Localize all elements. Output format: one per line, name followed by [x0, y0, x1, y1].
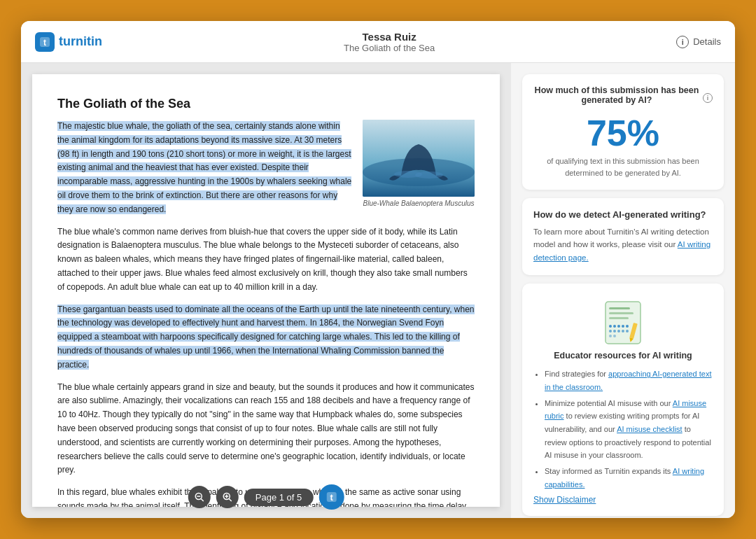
turnitin-home-button[interactable]: t: [318, 484, 344, 510]
header-center: Tessa Ruiz The Goliath of the Sea: [344, 31, 435, 53]
svg-point-21: [617, 325, 620, 328]
document-page: The Goliath of the Sea The majestic blue…: [32, 74, 500, 507]
zoom-in-button[interactable]: [216, 486, 239, 508]
doc-toolbar: Page 1 of 5 t: [188, 484, 344, 510]
svg-rect-17: [609, 312, 634, 314]
whale-image-block: Blue-Whale Balaenoptera Musculus: [363, 120, 475, 207]
page-indicator: Page 1 of 5: [244, 489, 314, 506]
svg-point-30: [613, 335, 616, 337]
header-username: Tessa Ruiz: [344, 31, 435, 43]
edu-bullet1-text: Find strategies for: [545, 370, 608, 378]
edu-bullet3-text: Stay informed as Turnitin expands its: [545, 467, 673, 475]
show-disclaimer-link[interactable]: Show Disclaimer: [533, 495, 713, 505]
app-window: t turnitin Tessa Ruiz The Goliath of the…: [21, 21, 735, 518]
svg-point-22: [622, 325, 624, 328]
detection-question: How do we detect AI-generated writing?: [533, 209, 713, 220]
ai-description: of qualifying text in this submission ha…: [533, 155, 713, 178]
info-icon: i: [676, 36, 689, 48]
edu-bullet1: Find strategies for approaching AI-gener…: [545, 368, 713, 393]
ai-detection-card: How much of this submission has been gen…: [522, 74, 724, 190]
edu-bullet2-text: Minimize potential AI misuse with our: [545, 399, 673, 407]
educator-title: Educator resources for AI writing: [533, 351, 713, 360]
details-label: Details: [693, 36, 721, 47]
document-panel: The Goliath of the Sea The majestic blue…: [21, 63, 511, 518]
ai-question-row: How much of this submission has been gen…: [533, 85, 713, 111]
educator-illustration: [595, 295, 651, 351]
intro-section: The majestic blue whale, the goliath of …: [57, 120, 475, 217]
edu-bullet2-link2[interactable]: AI misuse checklist: [617, 425, 682, 433]
svg-rect-16: [609, 307, 630, 309]
svg-text:t: t: [330, 492, 333, 503]
svg-point-5: [415, 172, 443, 178]
svg-point-25: [613, 330, 616, 332]
zoom-out-button[interactable]: [188, 486, 211, 508]
para4: The blue whale certainly appears grand i…: [57, 381, 475, 478]
ai-question: How much of this submission has been gen…: [533, 85, 700, 105]
educator-list: Find strategies for approaching AI-gener…: [533, 368, 713, 491]
highlighted-para3: These gargantuan beasts used to dominate…: [57, 304, 475, 370]
ai-question-info-icon[interactable]: i: [703, 93, 713, 103]
document-title: The Goliath of the Sea: [57, 97, 475, 111]
details-button[interactable]: i Details: [676, 36, 721, 48]
educator-resources-card: Educator resources for AI writing Find s…: [522, 284, 724, 516]
svg-point-19: [609, 325, 612, 328]
turnitin-logo-icon: t: [35, 32, 55, 52]
highlighted-para1: The majestic blue whale, the goliath of …: [57, 121, 351, 214]
detection-method-card: How do we detect AI-generated writing? T…: [522, 198, 724, 275]
right-panel: How much of this submission has been gen…: [511, 63, 735, 518]
edu-bullet2: Minimize potential AI misuse with our AI…: [545, 397, 713, 462]
image-caption: Blue-Whale Balaenoptera Musculus: [363, 200, 475, 207]
logo-area: t turnitin: [35, 32, 102, 52]
svg-rect-18: [609, 317, 629, 319]
whale-image: [363, 120, 475, 197]
svg-line-7: [201, 499, 204, 502]
svg-point-20: [613, 325, 616, 328]
svg-line-10: [229, 499, 232, 502]
para3: These gargantuan beasts used to dominate…: [57, 303, 475, 372]
intro-text: The majestic blue whale, the goliath of …: [57, 120, 353, 217]
edu-bullet3: Stay informed as Turnitin expands its AI…: [545, 465, 713, 491]
svg-point-28: [626, 330, 629, 332]
svg-text:t: t: [43, 38, 46, 48]
svg-point-23: [626, 325, 629, 328]
para2: The blue whale's common name derives fro…: [57, 225, 475, 295]
turnitin-logo-text: turnitin: [59, 34, 102, 49]
main-content: The Goliath of the Sea The majestic blue…: [21, 63, 735, 518]
svg-point-29: [609, 335, 612, 337]
header: t turnitin Tessa Ruiz The Goliath of the…: [21, 21, 735, 63]
ai-percentage: 75%: [533, 115, 713, 151]
svg-point-27: [622, 330, 624, 332]
svg-point-26: [617, 330, 620, 332]
detection-body: To learn more about Turnitin's AI writin…: [533, 225, 713, 264]
svg-point-24: [609, 330, 612, 332]
header-doc-title: The Goliath of the Sea: [344, 43, 435, 53]
